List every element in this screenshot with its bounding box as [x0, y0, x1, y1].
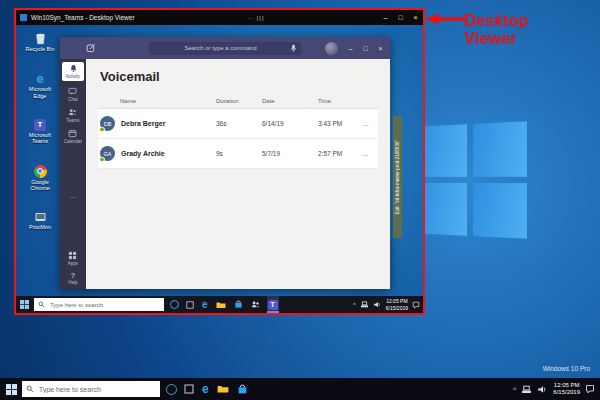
duration-cell: 36s — [216, 120, 262, 127]
action-center-icon[interactable] — [412, 301, 420, 309]
rail-item-apps[interactable]: Apps — [68, 251, 78, 266]
taskbar-edge[interactable]: e — [201, 378, 210, 400]
logo-pane — [418, 124, 467, 177]
minimize-button[interactable]: – — [343, 45, 358, 52]
start-button[interactable] — [20, 300, 29, 309]
action-center-icon[interactable] — [585, 384, 595, 394]
desktop-icon-procmon[interactable]: ProcMon — [18, 211, 62, 230]
rail-item-activity[interactable]: Activity — [62, 62, 84, 81]
voicemail-row[interactable]: DB Debra Berger 36s 6/14/19 3:43 PM … — [98, 109, 378, 139]
presence-available-icon — [99, 127, 105, 133]
rail-item-teams[interactable]: Teams — [66, 108, 79, 123]
session-exit-ribbon[interactable]: Exit: "vd-hdca-master-prod-2168936" — [393, 116, 402, 238]
teams-left-rail: Activity Chat Teams Calendar — [60, 59, 86, 289]
task-view-icon — [186, 301, 194, 309]
desktop-icons: Recycle Bin e Microsoft Edge T Microsoft… — [18, 31, 62, 231]
volume-icon[interactable] — [373, 301, 382, 308]
maximize-button[interactable]: □ — [358, 45, 373, 52]
taskbar-file-explorer[interactable] — [215, 296, 227, 313]
taskbar-edge[interactable]: e — [201, 296, 209, 313]
taskbar-clock[interactable]: 12:05 PM 6/15/2019 — [386, 298, 408, 311]
taskbar-search-box — [22, 381, 160, 397]
task-view-icon — [184, 384, 194, 394]
avatar: DB — [100, 116, 115, 131]
windows-start-icon — [20, 300, 29, 309]
column-header-duration: Duration — [216, 98, 262, 104]
duration-cell: 9s — [216, 150, 262, 157]
annotation-label: Desktop Viewer — [464, 12, 529, 48]
viewer-titlebar[interactable]: Win10Syn_Teams - Desktop Viewer ·· ||| –… — [16, 10, 423, 25]
taskbar-teams-active[interactable]: T — [267, 296, 279, 313]
close-button[interactable]: × — [373, 45, 388, 52]
people-icon — [68, 108, 77, 117]
desktop-icon-recycle-bin[interactable]: Recycle Bin — [18, 31, 62, 52]
time-cell: 3:43 PM — [318, 120, 362, 127]
annotation-arrow-icon — [424, 11, 468, 27]
help-icon: ? — [71, 272, 75, 279]
folder-icon — [217, 384, 229, 394]
rail-item-calendar[interactable]: Calendar — [64, 129, 82, 144]
teams-search-box — [149, 42, 301, 55]
presence-available-icon — [99, 157, 105, 163]
desktop-icon-microsoft-edge[interactable]: e Microsoft Edge — [18, 72, 62, 99]
desktop-icon-google-chrome[interactable]: Google Chrome — [18, 165, 62, 192]
voicemail-panel: Voicemail Name Duration Date Time DB — [86, 59, 390, 289]
teams-search-input[interactable] — [152, 44, 289, 52]
voicemail-row[interactable]: GA Grady Archie 9s 5/7/19 2:57 PM … — [98, 139, 378, 169]
procmon-icon — [34, 211, 47, 223]
voicemail-table-header: Name Duration Date Time — [98, 98, 378, 109]
teams-window-controls: – □ × — [343, 45, 388, 52]
edge-icon: e — [202, 300, 208, 310]
windows-edition-watermark: Windows 10 Pro — [543, 365, 590, 372]
caller-name: Grady Archie — [121, 150, 165, 157]
chat-icon — [68, 87, 77, 96]
row-more-icon[interactable]: … — [362, 120, 374, 127]
compose-icon[interactable] — [86, 43, 96, 53]
start-button[interactable] — [6, 384, 17, 395]
outer-desktop: Windows 10 Pro Win10Syn_Teams - Desktop … — [0, 0, 600, 400]
rail-item-help[interactable]: ? Help — [68, 272, 77, 285]
cortana-icon[interactable] — [170, 300, 179, 309]
taskbar-store[interactable] — [233, 296, 244, 313]
recycle-bin-icon — [34, 31, 47, 45]
taskbar-search-box — [34, 298, 164, 311]
column-header-time: Time — [318, 98, 362, 104]
task-view-button[interactable] — [185, 296, 195, 313]
taskbar-search-input[interactable] — [37, 385, 156, 394]
viewer-toolbar-grip-icon[interactable]: ·· ||| — [248, 15, 264, 21]
date-cell: 6/14/19 — [262, 120, 318, 127]
date-cell: 5/7/19 — [262, 150, 318, 157]
user-avatar[interactable] — [325, 42, 338, 55]
desktop-viewer-window: Win10Syn_Teams - Desktop Viewer ·· ||| –… — [14, 8, 425, 315]
taskbar-search-input[interactable] — [48, 301, 160, 309]
row-more-icon[interactable]: … — [362, 150, 374, 157]
cortana-icon[interactable] — [166, 384, 177, 395]
minimize-button[interactable]: – — [378, 14, 393, 21]
teams-icon: T — [34, 119, 46, 131]
taskbar-file-explorer[interactable] — [216, 378, 230, 400]
taskbar-clock[interactable]: 12:05 PM 6/15/2019 — [553, 382, 580, 397]
windows-wallpaper-logo — [418, 121, 527, 238]
hidden-icons-chevron[interactable]: ^ — [513, 386, 516, 393]
rail-item-chat[interactable]: Chat — [68, 87, 78, 102]
calendar-icon — [68, 129, 77, 138]
volume-icon[interactable] — [537, 385, 548, 394]
viewer-title: Win10Syn_Teams - Desktop Viewer — [31, 14, 135, 21]
network-icon[interactable] — [521, 385, 532, 394]
logo-pane — [473, 183, 527, 239]
teams-titlebar[interactable]: – □ × — [60, 37, 390, 59]
taskbar-people[interactable] — [250, 296, 261, 313]
logo-pane — [418, 183, 467, 236]
system-tray: ^ 12:05 PM 6/15/2019 — [513, 382, 600, 397]
mic-icon[interactable] — [289, 44, 298, 53]
taskbar-store[interactable] — [236, 378, 249, 400]
column-header-date: Date — [262, 98, 318, 104]
desktop-icon-microsoft-teams[interactable]: T Microsoft Teams — [18, 119, 62, 145]
edge-icon: e — [36, 72, 43, 85]
more-apps-icon[interactable]: … — [70, 194, 77, 198]
maximize-button[interactable]: □ — [393, 14, 408, 21]
network-icon[interactable] — [360, 301, 369, 308]
close-button[interactable]: × — [408, 14, 423, 21]
hidden-icons-chevron[interactable]: ^ — [353, 302, 356, 308]
task-view-button[interactable] — [183, 378, 195, 400]
